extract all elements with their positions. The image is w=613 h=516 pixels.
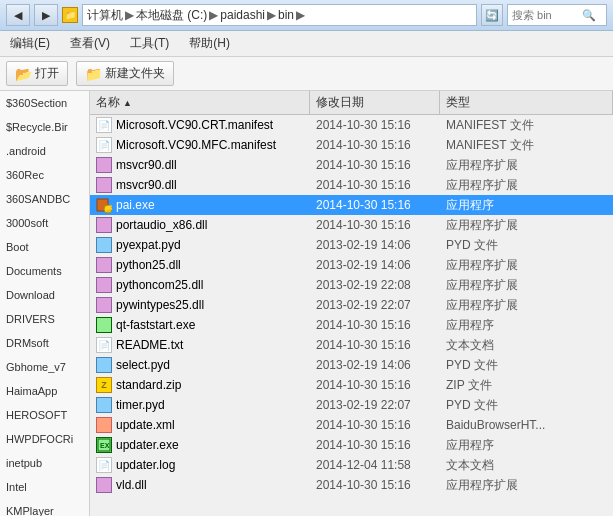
file-name: timer.pyd [90,397,310,413]
sidebar-item-herosoft[interactable]: HEROSOFT [0,403,89,427]
file-icon: 📄 [96,117,112,133]
new-folder-button[interactable]: 📁 新建文件夹 [76,61,174,86]
sidebar-item-360sandbc[interactable]: 360SANDBC [0,187,89,211]
sidebar-item-gbhome[interactable]: Gbhome_v7 [0,355,89,379]
breadcrumb-paidashi[interactable]: paidashi [220,8,265,22]
table-row[interactable]: msvcr90.dll 2014-10-30 15:16 应用程序扩展 [90,175,613,195]
table-row[interactable]: pywintypes25.dll 2013-02-19 22:07 应用程序扩展 [90,295,613,315]
file-type: MANIFEST 文件 [440,117,613,134]
refresh-button[interactable]: 🔄 [481,4,503,26]
file-type: 应用程序 [440,317,613,334]
file-date: 2013-02-19 22:07 [310,398,440,412]
file-name: select.pyd [90,357,310,373]
sidebar-item-documents[interactable]: Documents [0,259,89,283]
table-row[interactable]: qt-faststart.exe 2014-10-30 15:16 应用程序 [90,315,613,335]
table-row[interactable]: pythoncom25.dll 2013-02-19 22:08 应用程序扩展 [90,275,613,295]
table-row[interactable]: portaudio_x86.dll 2014-10-30 15:16 应用程序扩… [90,215,613,235]
file-date: 2014-10-30 15:16 [310,138,440,152]
file-type: MANIFEST 文件 [440,137,613,154]
search-input[interactable] [512,9,582,21]
forward-button[interactable]: ▶ [34,4,58,26]
table-row[interactable]: 📄 updater.log 2014-12-04 11:58 文本文档 [90,455,613,475]
file-type: 文本文档 [440,457,613,474]
sidebar-item-intel[interactable]: Intel [0,475,89,499]
menu-edit[interactable]: 编辑(E) [6,33,54,54]
file-name: pywintypes25.dll [90,297,310,313]
table-row[interactable]: select.pyd 2013-02-19 14:06 PYD 文件 [90,355,613,375]
sidebar-item-recycle[interactable]: $Recycle.Bir [0,115,89,139]
file-date: 2014-10-30 15:16 [310,158,440,172]
sidebar-item-drivers[interactable]: DRIVERS [0,307,89,331]
file-icon [96,257,112,273]
table-row[interactable]: msvcr90.dll 2014-10-30 15:16 应用程序扩展 [90,155,613,175]
sidebar-item-kmplayer[interactable]: KMPlayer [0,499,89,516]
file-name: 📄 README.txt [90,337,310,353]
sidebar: $360Section $Recycle.Bir .android 360Rec… [0,91,90,516]
search-icon[interactable]: 🔍 [582,9,596,22]
file-type: 文本文档 [440,337,613,354]
col-header-name[interactable]: 名称 ▲ [90,91,310,114]
sidebar-item-haimaapp[interactable]: HaimaApp [0,379,89,403]
table-row[interactable]: 📄 Microsoft.VC90.CRT.manifest 2014-10-30… [90,115,613,135]
menu-tools[interactable]: 工具(T) [126,33,173,54]
back-button[interactable]: ◀ [6,4,30,26]
sidebar-item-hwpdfocr[interactable]: HWPDFOCRi [0,427,89,451]
file-date: 2014-10-30 15:16 [310,178,440,192]
file-icon [96,477,112,493]
new-folder-label: 新建文件夹 [105,65,165,82]
breadcrumb-computer[interactable]: 计算机 [87,7,123,24]
file-name: 🔑 pai.exe [90,197,310,213]
file-name: update.xml [90,417,310,433]
breadcrumb-bin[interactable]: bin [278,8,294,22]
file-name: portaudio_x86.dll [90,217,310,233]
file-icon [96,237,112,253]
file-list[interactable]: 📄 Microsoft.VC90.CRT.manifest 2014-10-30… [90,115,613,516]
file-type: PYD 文件 [440,357,613,374]
table-row[interactable]: EX updater.exe 2014-10-30 15:16 应用程序 [90,435,613,455]
table-row[interactable]: timer.pyd 2013-02-19 22:07 PYD 文件 [90,395,613,415]
file-icon: 🔑 [96,197,112,213]
sidebar-item-android[interactable]: .android [0,139,89,163]
table-row[interactable]: python25.dll 2013-02-19 14:06 应用程序扩展 [90,255,613,275]
file-type: 应用程序 [440,437,613,454]
table-row[interactable]: Z standard.zip 2014-10-30 15:16 ZIP 文件 [90,375,613,395]
search-box[interactable]: 🔍 [507,4,607,26]
col-header-date[interactable]: 修改日期 [310,91,440,114]
table-row[interactable]: vld.dll 2014-10-30 15:16 应用程序扩展 [90,475,613,495]
file-type: PYD 文件 [440,397,613,414]
file-name: msvcr90.dll [90,177,310,193]
file-name: EX updater.exe [90,437,310,453]
menu-view[interactable]: 查看(V) [66,33,114,54]
file-date: 2013-02-19 14:06 [310,238,440,252]
sidebar-item-drmsoft[interactable]: DRMsoft [0,331,89,355]
file-icon [96,357,112,373]
file-type: 应用程序扩展 [440,277,613,294]
table-row[interactable]: 🔑 pai.exe 2014-10-30 15:16 应用程序 [90,195,613,215]
breadcrumb-drive[interactable]: 本地磁盘 (C:) [136,7,207,24]
sidebar-item-boot[interactable]: Boot [0,235,89,259]
sidebar-item-360rec[interactable]: 360Rec [0,163,89,187]
file-name: msvcr90.dll [90,157,310,173]
sidebar-item-360section[interactable]: $360Section [0,91,89,115]
file-type: 应用程序扩展 [440,217,613,234]
menu-help[interactable]: 帮助(H) [185,33,234,54]
breadcrumb-path[interactable]: 计算机 ▶ 本地磁盘 (C:) ▶ paidashi ▶ bin ▶ [82,4,477,26]
table-row[interactable]: 📄 README.txt 2014-10-30 15:16 文本文档 [90,335,613,355]
file-icon [96,297,112,313]
open-button[interactable]: 📂 打开 [6,61,68,86]
file-type: 应用程序扩展 [440,177,613,194]
sidebar-item-inetpub[interactable]: inetpub [0,451,89,475]
file-name: vld.dll [90,477,310,493]
sidebar-item-3000soft[interactable]: 3000soft [0,211,89,235]
table-row[interactable]: 📄 Microsoft.VC90.MFC.manifest 2014-10-30… [90,135,613,155]
file-icon: 📄 [96,137,112,153]
file-icon: 📄 [96,337,112,353]
table-row[interactable]: update.xml 2014-10-30 15:16 BaiduBrowser… [90,415,613,435]
open-icon: 📂 [15,66,32,82]
sidebar-item-download[interactable]: Download [0,283,89,307]
col-header-type[interactable]: 类型 [440,91,613,114]
file-icon: EX [96,437,112,453]
table-row[interactable]: pyexpat.pyd 2013-02-19 14:06 PYD 文件 [90,235,613,255]
file-date: 2014-10-30 15:16 [310,378,440,392]
file-type: 应用程序扩展 [440,157,613,174]
